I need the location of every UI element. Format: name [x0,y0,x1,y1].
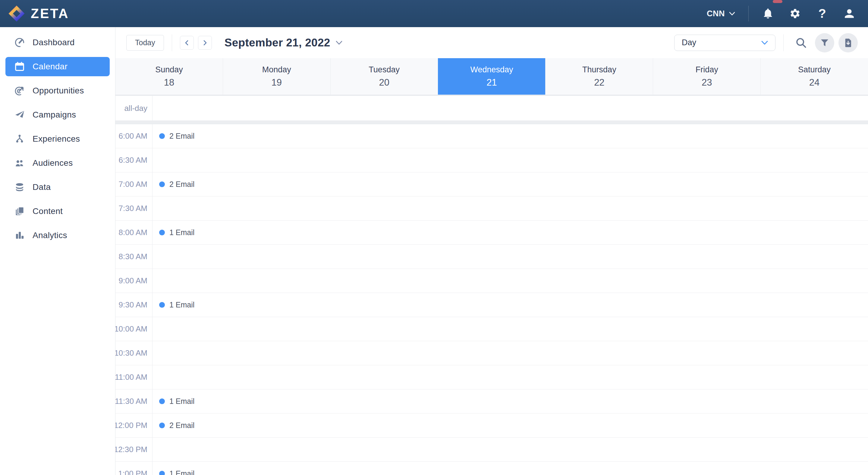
time-slot-cell[interactable]: 2 Email [152,124,868,148]
event-label: 1 Email [169,300,194,309]
profile-icon[interactable] [843,7,855,20]
event-chip[interactable]: 2 Email [159,132,194,140]
filter-button[interactable] [815,33,834,53]
sidebar-item-dashboard[interactable]: Dashboard [0,33,115,52]
all-day-cell[interactable] [152,96,868,121]
event-label: 2 Email [169,132,194,140]
day-header-thursday[interactable]: Thursday 22 [545,58,653,95]
sidebar-item-opportunities[interactable]: Opportunities [0,81,115,100]
next-day-button[interactable] [198,36,212,50]
slot-time-label: 6:30 AM [116,148,152,172]
day-name: Sunday [155,65,183,74]
event-chip[interactable]: 2 Email [159,421,194,430]
time-slot-cell[interactable] [152,269,868,293]
event-chip[interactable]: 1 Email [159,469,194,475]
question-mark-glyph: ? [818,7,826,20]
time-slot-cell[interactable] [152,365,868,389]
slot-time-label: 9:00 AM [116,269,152,293]
notification-badge [773,0,782,3]
day-number: 23 [702,77,712,88]
slot-time-label: 8:00 AM [116,221,152,245]
event-chip[interactable]: 1 Email [159,228,194,237]
slot-time-label: 7:30 AM [116,196,152,220]
time-slot-cell[interactable]: 2 Email [152,413,868,437]
time-slot-cell[interactable] [152,196,868,220]
event-dot-icon [159,230,165,235]
export-button[interactable] [838,33,858,53]
brand-wordmark: ZETA [31,6,69,21]
event-chip[interactable]: 2 Email [159,180,194,189]
view-select[interactable]: Day [674,35,775,51]
chevron-down-icon [761,41,768,45]
event-label: 2 Email [169,180,194,189]
day-header-sunday[interactable]: Sunday 18 [116,58,223,95]
date-title-dropdown[interactable]: September 21, 2022 [224,36,342,49]
event-label: 1 Email [169,469,194,475]
day-number: 20 [379,77,389,88]
sidebar-item-audiences[interactable]: Audiences [0,153,115,173]
prev-day-button[interactable] [180,36,194,50]
time-slot-cell[interactable]: 2 Email [152,172,868,196]
day-header-monday[interactable]: Monday 19 [223,58,330,95]
time-slot-cell[interactable] [152,245,868,268]
gear-icon[interactable] [789,7,801,20]
slot-time-label: 7:00 AM [116,172,152,196]
today-button[interactable]: Today [126,35,164,51]
time-slot-cell[interactable] [152,317,868,341]
search-button[interactable] [792,33,811,53]
day-name: Tuesday [369,65,400,74]
zeta-logo-icon [8,5,25,22]
content-icon [14,205,25,217]
time-slot-cell[interactable]: 1 Email [152,221,868,245]
time-slot-cell[interactable] [152,148,868,172]
sidebar-item-data[interactable]: Data [0,178,115,197]
account-selector[interactable]: CNN [707,9,735,19]
slot-time-label: 10:30 AM [116,341,152,365]
bell-icon[interactable] [762,7,774,20]
day-header-saturday[interactable]: Saturday 24 [761,58,868,95]
day-number: 24 [809,77,819,88]
view-select-value: Day [682,38,696,47]
analytics-icon [14,230,25,241]
time-slot-cell[interactable]: 1 Email [152,462,868,475]
event-chip[interactable]: 1 Email [159,397,194,406]
day-header-wednesday[interactable]: Wednesday 21 [438,58,546,95]
topbar-divider [748,6,749,22]
brand: ZETA [8,5,69,22]
event-label: 1 Email [169,397,194,406]
time-slot-cell[interactable] [152,438,868,462]
toolbar-divider [783,34,784,51]
day-number: 22 [594,77,604,88]
app-window: ZETA CNN ? [0,0,868,475]
topbar-controls: CNN ? [707,6,868,22]
sidebar-item-experiences[interactable]: Experiences [0,129,115,149]
sidebar-item-label: Audiences [33,158,73,168]
sidebar-item-label: Data [33,182,51,192]
time-slot-cell[interactable]: 1 Email [152,293,868,317]
event-chip[interactable]: 1 Email [159,300,194,309]
day-name: Friday [695,65,718,74]
chevron-left-icon [184,40,190,45]
sidebar-item-content[interactable]: Content [0,202,115,221]
day-header-friday[interactable]: Friday 23 [653,58,761,95]
day-number: 19 [272,77,282,88]
chevron-down-icon [336,41,342,45]
time-slot-cell[interactable] [152,341,868,365]
time-slot-row: 6:30 AM [116,148,868,172]
account-label: CNN [707,9,725,19]
topbar-icons: ? [762,7,855,20]
day-name: Wednesday [470,65,513,74]
time-slot-cell[interactable]: 1 Email [152,389,868,413]
day-name: Thursday [582,65,616,74]
sidebar-item-label: Campaigns [33,110,76,120]
sidebar-item-label: Analytics [33,230,67,240]
time-slot-row: 1:00 PM 1 Email [116,462,868,475]
day-header-tuesday[interactable]: Tuesday 20 [330,58,438,95]
event-label: 2 Email [169,421,194,430]
sidebar-item-campaigns[interactable]: Campaigns [0,105,115,124]
slot-time-label: 12:30 PM [116,438,152,462]
sidebar-item-calendar[interactable]: Calendar [5,57,110,76]
help-icon[interactable]: ? [816,7,828,20]
sidebar-item-analytics[interactable]: Analytics [0,226,115,245]
calendar-icon [14,61,25,72]
